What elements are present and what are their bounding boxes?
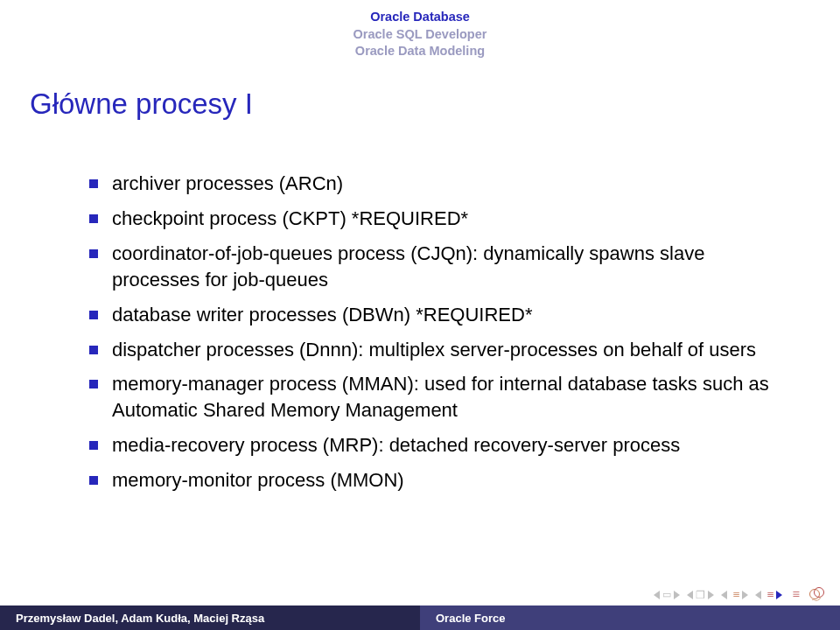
triangle-right-icon	[708, 591, 714, 599]
list-item: media-recovery process (MRP): detached r…	[88, 432, 788, 458]
menu-lines-icon: ≡	[733, 588, 739, 602]
nav-loop-icon[interactable]	[809, 587, 824, 602]
breadcrumb: Oracle Database Oracle SQL Developer Ora…	[0, 9, 840, 60]
nav-subsection-back[interactable]: ≡	[721, 588, 748, 602]
menu-lines-icon[interactable]: ≡	[793, 587, 799, 602]
breadcrumb-section-inactive-1[interactable]: Oracle SQL Developer	[0, 26, 840, 44]
beamer-nav: ▭ ❐ ≡ ≡ ≡	[654, 587, 824, 602]
menu-lines-icon: ≡	[767, 588, 774, 602]
bullet-text: dispatcher processes (Dnnn): multiplex s…	[112, 339, 756, 360]
section-icon: ❐	[696, 589, 705, 601]
triangle-left-icon	[687, 591, 693, 599]
triangle-right-icon	[776, 591, 782, 599]
bullet-text: memory-manager process (MMAN): used for …	[112, 373, 769, 421]
footer-authors: Przemysław Dadel, Adam Kudła, Maciej Rzą…	[0, 606, 420, 630]
frame-icon: ▭	[662, 589, 671, 600]
footer: Przemysław Dadel, Adam Kudła, Maciej Rzą…	[0, 606, 840, 630]
footer-title: Oracle Force	[420, 606, 840, 630]
slide-content: archiver processes (ARCn) checkpoint pro…	[88, 171, 788, 502]
bullet-text: media-recovery process (MRP): detached r…	[112, 434, 680, 456]
breadcrumb-section-active[interactable]: Oracle Database	[0, 9, 840, 26]
nav-slide-back[interactable]: ≡	[755, 588, 782, 602]
nav-section-back[interactable]: ❐	[687, 589, 714, 601]
triangle-right-icon	[674, 591, 680, 599]
bullet-text: memory-monitor process (MMON)	[112, 469, 404, 491]
bullet-text: coordinator-of-job-queues process (CJQn)…	[112, 242, 704, 290]
triangle-left-icon	[755, 591, 761, 599]
bullet-text: database writer processes (DBWn) *REQUIR…	[112, 304, 532, 326]
page-title: Główne procesy I	[30, 88, 253, 121]
list-item: memory-manager process (MMAN): used for …	[88, 371, 788, 424]
breadcrumb-section-inactive-2[interactable]: Oracle Data Modeling	[0, 43, 840, 60]
list-item: coordinator-of-job-queues process (CJQn)…	[88, 241, 788, 293]
list-item: database writer processes (DBWn) *REQUIR…	[88, 302, 788, 328]
triangle-right-icon	[742, 591, 748, 599]
list-item: memory-monitor process (MMON)	[88, 467, 788, 494]
list-item: checkpoint process (CKPT) *REQUIRED*	[88, 206, 788, 232]
list-item: dispatcher processes (Dnnn): multiplex s…	[88, 337, 788, 363]
bullet-text: archiver processes (ARCn)	[112, 172, 343, 194]
triangle-left-icon	[721, 591, 727, 599]
triangle-left-icon	[654, 591, 660, 599]
bullet-text: checkpoint process (CKPT) *REQUIRED*	[112, 207, 468, 229]
list-item: archiver processes (ARCn)	[88, 171, 788, 197]
nav-frame-back[interactable]: ▭	[654, 589, 680, 600]
